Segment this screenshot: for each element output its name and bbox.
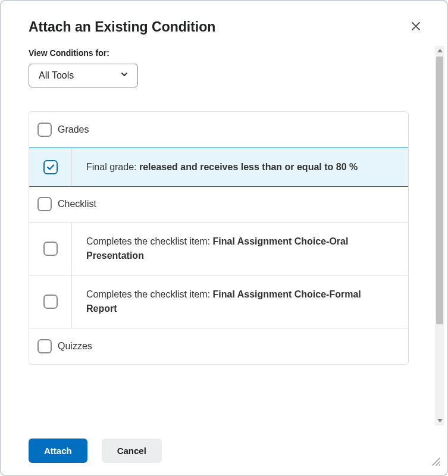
filter-select[interactable]: All Tools [29,64,138,87]
group-row: Quizzes [29,328,408,364]
condition-text: Completes the checklist item: Final Assi… [72,223,408,275]
attach-button[interactable]: Attach [29,439,87,463]
condition-prefix: Completes the checklist item: [86,236,213,246]
group-label: Quizzes [58,341,92,352]
modal-body: View Conditions for: All Tools GradesFin… [1,46,447,428]
filter-select-wrap: All Tools [29,64,138,87]
group-label: Checklist [58,199,96,209]
filter-label: View Conditions for: [29,48,409,58]
condition-row[interactable]: Final grade: released and receives less … [29,148,409,187]
modal-header: Attach an Existing Condition [1,1,447,46]
condition-checkbox[interactable] [43,160,58,174]
group-checkbox[interactable] [37,197,52,211]
condition-checkbox[interactable] [43,295,58,309]
conditions-list: GradesFinal grade: released and receives… [29,111,409,365]
group-label: Grades [58,124,89,135]
modal-footer: Attach Cancel [1,428,447,475]
close-icon [411,24,421,33]
condition-prefix: Final grade: [86,162,139,172]
attach-condition-modal: Attach an Existing Condition View Condit… [0,0,448,476]
scrollbar-thumb[interactable] [436,57,443,324]
group-checkbox[interactable] [37,123,52,137]
condition-checkbox-cell [29,223,72,275]
resize-handle-icon[interactable] [431,457,441,469]
filter-select-value: All Tools [39,70,74,80]
condition-checkbox-cell [29,148,72,186]
modal-title: Attach an Existing Condition [29,19,215,35]
condition-text: Final grade: released and receives less … [72,148,408,186]
close-button[interactable] [409,19,423,35]
group-checkbox[interactable] [37,339,52,353]
scroll-up-arrow-icon[interactable] [435,46,444,55]
scrollbar[interactable] [435,46,444,425]
condition-row[interactable]: Completes the checklist item: Final Assi… [29,275,408,328]
cancel-button[interactable]: Cancel [102,439,162,463]
group-row: Checklist [29,186,408,223]
scroll-area[interactable]: View Conditions for: All Tools GradesFin… [1,46,436,428]
condition-detail: released and receives less than or equal… [139,162,358,172]
condition-checkbox[interactable] [43,242,58,256]
group-row: Grades [29,112,408,148]
condition-row[interactable]: Completes the checklist item: Final Assi… [29,223,408,275]
condition-text: Completes the checklist item: Final Assi… [72,275,408,328]
condition-prefix: Completes the checklist item: [86,289,213,299]
scroll-down-arrow-icon[interactable] [435,416,444,425]
condition-checkbox-cell [29,275,72,328]
